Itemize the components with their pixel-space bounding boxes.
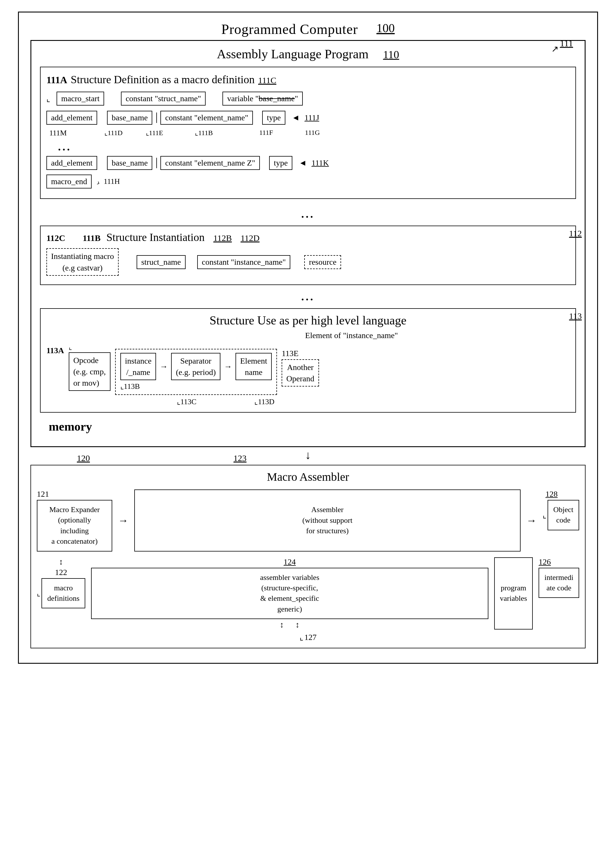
resource-box: resource [304, 255, 341, 269]
dotted-element-section: instance /_name → Separator (e.g. period… [115, 349, 277, 395]
alp-arrow: ↗ [551, 44, 558, 54]
def-row-4: macro_end ⌟ 111H [47, 174, 569, 188]
label-122: 122 [55, 568, 67, 577]
macro-start-box: macro_start [56, 92, 104, 106]
label-121: 121 [37, 490, 49, 499]
label-111f: 111F [259, 129, 273, 136]
ref-120: 120 [77, 453, 90, 463]
macro-assembler-container: Macro Assembler 121 Macro Expander (opti… [30, 465, 586, 648]
label-111g: 111G [305, 129, 320, 136]
label-113a: 113A [47, 346, 64, 355]
ref-127-row: ⌞127 [37, 633, 579, 642]
element-name-box: Element name [235, 353, 272, 380]
arrow-macro-defs-updown: ↕ [59, 557, 63, 567]
def-row-2: add_element base_name constant "element_… [47, 111, 569, 125]
ref-111k: 111K [311, 158, 329, 168]
variable-base-box: variable "base_name" [222, 92, 302, 106]
constant-element-z-box: constant "element_name Z" [160, 156, 260, 170]
element-label-113: Element of "instance_name" [134, 331, 569, 340]
assembler-box: Assembler (without support for structure… [134, 490, 521, 552]
label-111a: 111A [47, 75, 67, 85]
label-112c: 112C [47, 233, 65, 243]
alp-ref-111: 111 [560, 38, 573, 49]
macro-end-box: macro_end [47, 174, 92, 188]
dots-between-2: ... [40, 290, 576, 303]
arrow-asm-to-obj: → [526, 490, 537, 552]
arrow-down-main: ↓ [30, 448, 586, 462]
ref-123: 123 [233, 453, 247, 463]
section-113: Structure Use as per high level language… [40, 308, 576, 413]
macro-assembler-title: Macro Assembler [37, 470, 579, 483]
outer-container: Programmed Computer 100 Assembly Languag… [18, 12, 598, 664]
macro-expander-box: Macro Expander (optionally including a c… [37, 500, 112, 552]
section-112: 112C 111B Structure Instantiation 112B 1… [40, 225, 576, 285]
macro-top-row: 121 Macro Expander (optionally including… [37, 490, 579, 552]
macro-bottom-row: ↕ 122 ⌞ macro definitions 124 assembler … [37, 557, 579, 630]
outer-ref: 100 [376, 22, 395, 35]
opcode-box: Opcode (e.g. cmp, or mov) [69, 352, 110, 391]
separator-box: Separator (e.g. period) [171, 353, 221, 380]
label-111b-112: 111B [82, 233, 101, 243]
ref-112b: 112B [213, 233, 232, 243]
macro-definitions-box: macro definitions [42, 578, 85, 609]
constant-struct-box: constant "struct_name" [121, 92, 205, 106]
label-113d: 113D [258, 398, 274, 406]
ref-111j: 111J [305, 113, 319, 122]
label-111h: 111H [104, 177, 120, 186]
arrow-exp-to-asm: → [118, 490, 129, 552]
struct-name-box-112: struct_name [137, 255, 186, 269]
dots-111a: ... [58, 140, 569, 153]
label-111b: 111B [198, 129, 213, 137]
another-operand-box: Another Operand [282, 359, 319, 387]
label-113e: 113E [282, 349, 319, 358]
ref-111c: 111C [258, 75, 276, 85]
instance-name-box: instance /_name [120, 353, 156, 380]
constant-instance-box: constant "instance_name" [197, 255, 291, 269]
alp-ref: 110 [383, 48, 399, 61]
label-113b: 113B [124, 382, 140, 390]
label-113c: 113C [180, 398, 196, 406]
outer-title: Programmed Computer [221, 22, 358, 37]
section-113-content: 113A ⌞ Opcode (e.g. cmp, or mov) instanc… [47, 343, 569, 395]
ref-124: 124 [284, 557, 296, 567]
label-111e: 111E [149, 129, 163, 137]
ref-126: 126 [538, 557, 551, 567]
alp-title: Assembly Language Program [217, 47, 369, 61]
title-112: Structure Instantiation [106, 231, 205, 244]
type-box-2: type [269, 156, 292, 170]
constant-element-box-1: constant "element_name" [160, 111, 253, 125]
def-row-3: add_element base_name constant "element_… [47, 156, 569, 170]
base-name-box-1: base_name [107, 111, 152, 125]
title-113: Structure Use as per high level language [210, 314, 407, 327]
memory-label: memory [49, 420, 92, 434]
object-code-box: Object code [548, 500, 579, 530]
label-111m: 111M [49, 129, 99, 137]
def-row-1: ⌞ macro_start constant "struct_name" var… [47, 92, 569, 106]
base-name-struck: base_name [259, 94, 295, 103]
assembler-vars-box: assembler variables (structure-specific,… [91, 568, 488, 619]
add-element-box-2: add_element [47, 156, 97, 170]
instantiating-macro-box: Instantiating macro (e.g castvar) [47, 248, 118, 275]
type-box-1: type [262, 111, 285, 125]
title-111a: Structure Definition as a macro definiti… [71, 73, 255, 86]
ref-127: 127 [305, 633, 317, 642]
section-111a: 111A Structure Definition as a macro def… [40, 67, 576, 199]
dots-between-1: ... [40, 208, 576, 221]
base-name-box-2: base_name [107, 156, 152, 170]
arrows-vars-updown: ↕ ↕ [280, 620, 300, 630]
ref-128: 128 [546, 490, 558, 499]
add-element-box-1: add_element [47, 111, 97, 125]
ref-112d: 112D [240, 233, 260, 243]
alp-container: Assembly Language Program 110 ↗ 111 111A… [30, 40, 586, 447]
labels-113cd: ⌞113C ⌞113D [177, 397, 569, 406]
program-vars-box: program variables [494, 557, 533, 630]
label-111d: 111D [107, 129, 123, 137]
intermediate-code-box: intermedi ate code [538, 568, 579, 598]
section-112-content: Instantiating macro (e.g castvar) struct… [47, 248, 569, 275]
